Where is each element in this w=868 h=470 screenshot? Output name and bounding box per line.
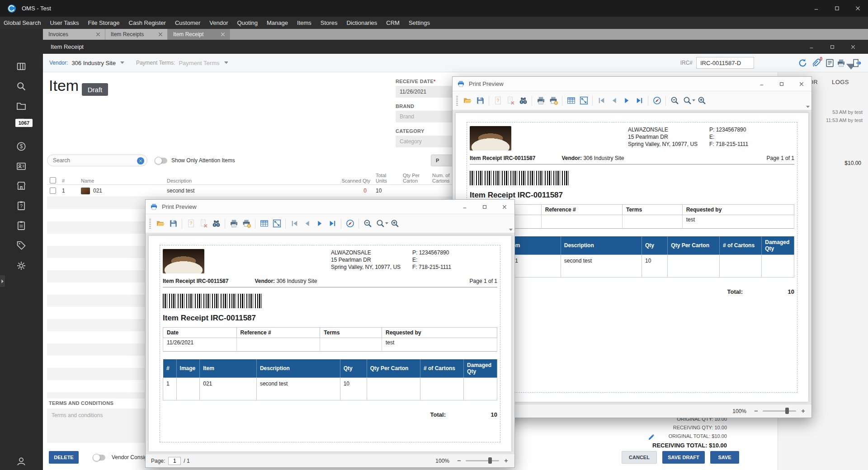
search-clear-button[interactable]	[137, 157, 144, 164]
column-header-qty-per-carton[interactable]: Qty Per Carton	[400, 173, 429, 186]
document-help-button[interactable]: ?	[184, 217, 197, 230]
select-all-checkbox[interactable]	[50, 177, 56, 183]
previous-page-button[interactable]	[301, 217, 313, 230]
tab-close-icon[interactable]	[96, 32, 101, 37]
save-document-button[interactable]	[474, 94, 486, 107]
tab-item-receipt[interactable]: Item Receipt	[168, 29, 230, 40]
menu-item-quoting[interactable]: Quoting	[232, 17, 262, 29]
zoom-plus-button[interactable]	[503, 458, 509, 464]
tab-item-receipts[interactable]: Item Receipts	[105, 29, 168, 40]
first-page-button[interactable]	[288, 217, 301, 230]
print-setup-button[interactable]	[547, 94, 560, 107]
print-setup-button[interactable]	[240, 217, 253, 230]
export-button[interactable]	[850, 56, 863, 69]
menu-item-settings[interactable]: Settings	[404, 17, 434, 29]
zoom-slider-handle[interactable]	[488, 457, 492, 464]
irc-input[interactable]	[696, 57, 754, 69]
payment-terms-select[interactable]: Payment Terms	[179, 60, 228, 66]
zoom-plus-button[interactable]	[800, 408, 806, 414]
close-document-button[interactable]	[197, 217, 210, 230]
tab-close-icon[interactable]	[221, 32, 226, 37]
gear-icon[interactable]	[16, 260, 27, 271]
folder-icon[interactable]	[16, 101, 27, 112]
app-close-button[interactable]	[847, 0, 868, 17]
zoom-slider[interactable]	[763, 410, 796, 412]
preview-maximize-button[interactable]	[475, 200, 495, 214]
previous-page-button[interactable]	[608, 94, 620, 107]
dashboard-icon[interactable]	[16, 61, 27, 72]
close-document-button[interactable]	[504, 94, 517, 107]
find-button[interactable]	[517, 94, 529, 107]
menu-item-file-storage[interactable]: File Storage	[83, 17, 124, 29]
vendor-select[interactable]: 306 Industry Site	[71, 60, 124, 66]
row-checkbox[interactable]	[50, 188, 56, 194]
preview-close-button[interactable]	[495, 200, 514, 214]
attachments-button[interactable]: 0	[809, 56, 823, 69]
menu-item-dictionaries[interactable]: Dictionaries	[342, 17, 382, 29]
contacts-icon[interactable]	[16, 161, 27, 172]
menu-item-customer[interactable]: Customer	[170, 17, 205, 29]
fit-to-window-button[interactable]	[577, 94, 590, 107]
column-header-total-units[interactable]: Total Units	[373, 173, 400, 186]
column-header-description[interactable]: Description	[164, 173, 331, 186]
first-page-button[interactable]	[595, 94, 608, 107]
print-button[interactable]	[227, 217, 240, 230]
menu-item-manage[interactable]: Manage	[262, 17, 292, 29]
print-button[interactable]	[534, 94, 547, 107]
next-page-button[interactable]	[313, 217, 326, 230]
window-close-button[interactable]	[843, 40, 863, 54]
edit-totals-button[interactable]	[647, 433, 656, 442]
user-icon[interactable]	[16, 456, 27, 467]
zoom-select-button[interactable]	[681, 94, 693, 107]
toolbar-overflow-icon[interactable]	[509, 229, 513, 231]
column-header-scanned-qty[interactable]: Scanned Qty	[331, 173, 373, 186]
window-minimize-button[interactable]	[801, 40, 822, 54]
zoom-in-button[interactable]	[695, 94, 708, 107]
zoom-minus-button[interactable]	[753, 408, 759, 414]
menu-item-items[interactable]: Items	[292, 17, 316, 29]
menu-item-vendor[interactable]: Vendor	[205, 17, 232, 29]
delete-button[interactable]: DELETE	[49, 451, 79, 464]
zoom-select-button[interactable]	[374, 217, 387, 230]
page-setup-button[interactable]	[565, 94, 577, 107]
menu-item-global-search[interactable]: Global Search	[0, 17, 45, 29]
hand-tool-button[interactable]	[344, 217, 356, 230]
tag-icon[interactable]	[16, 240, 27, 250]
zoom-slider-handle[interactable]	[785, 408, 789, 414]
menu-item-cash-register[interactable]: Cash Register	[124, 17, 170, 29]
page-number-input[interactable]	[168, 457, 181, 465]
menu-item-user-tasks[interactable]: User Tasks	[45, 17, 83, 29]
preview-close-button[interactable]	[792, 77, 811, 91]
open-document-button[interactable]	[154, 217, 167, 230]
hand-tool-button[interactable]	[651, 94, 663, 107]
save-button[interactable]: SAVE	[710, 451, 739, 464]
form-view-button[interactable]	[823, 56, 836, 69]
app-minimize-button[interactable]	[806, 0, 826, 17]
tab-close-icon[interactable]	[158, 32, 164, 37]
fit-to-window-button[interactable]	[270, 217, 283, 230]
column-header-num[interactable]: #	[59, 173, 78, 186]
preview-minimize-button[interactable]	[455, 200, 475, 214]
tab-logs[interactable]: LOGS	[832, 79, 849, 85]
menu-item-stores[interactable]: Stores	[316, 17, 342, 29]
zoom-minus-button[interactable]	[456, 458, 462, 464]
panel-expander[interactable]	[0, 275, 5, 287]
attention-items-toggle[interactable]	[155, 158, 167, 164]
zoom-out-button[interactable]	[668, 94, 681, 107]
preview-maximize-button[interactable]	[772, 77, 792, 91]
clipboard-question-icon[interactable]: ?	[16, 200, 27, 211]
zoom-slider[interactable]	[466, 460, 499, 461]
column-header-name[interactable]: Name	[78, 173, 164, 186]
next-page-button[interactable]	[620, 94, 633, 107]
tab-invoices[interactable]: Invoices	[43, 29, 105, 40]
find-button[interactable]	[210, 217, 222, 230]
search-input[interactable]	[53, 155, 134, 166]
open-document-button[interactable]	[461, 94, 474, 107]
menu-item-crm[interactable]: CRM	[382, 17, 404, 29]
toolbar-grip[interactable]	[456, 96, 458, 106]
window-maximize-button[interactable]	[822, 40, 843, 54]
document-help-button[interactable]: ?	[491, 94, 504, 107]
store-icon[interactable]	[16, 180, 27, 191]
clipboard-icon[interactable]	[16, 220, 27, 231]
preview-minimize-button[interactable]	[752, 77, 772, 91]
